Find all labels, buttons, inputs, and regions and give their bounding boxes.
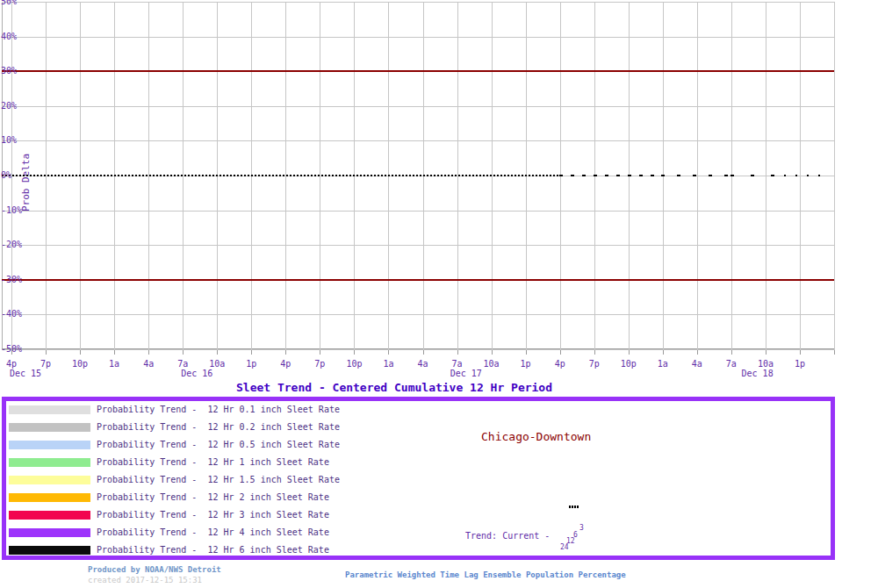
x-tick-label: 1a	[383, 359, 393, 369]
x-tick-label: 4a	[692, 359, 702, 369]
x-axis-tick	[423, 350, 424, 355]
gridline-horizontal	[2, 211, 834, 212]
trend-line-segment	[730, 175, 773, 176]
gridline-horizontal	[2, 2, 834, 3]
legend-swatch	[9, 476, 90, 484]
x-tick-label: 7a	[452, 359, 463, 369]
x-axis-tick	[114, 350, 115, 355]
legend-label: Probability Trend - 12 Hr 0.5 inch Sleet…	[97, 440, 340, 450]
x-tick-label: 1a	[109, 359, 119, 369]
x-tick-label: 1p	[795, 359, 805, 369]
x-axis-tick	[251, 350, 252, 355]
method-caption: Parametric Weighted Time Lag Ensemble Po…	[345, 570, 626, 579]
y-axis-title: Prob Delta	[20, 154, 32, 212]
x-axis-tick	[834, 350, 835, 355]
legend-label: Probability Trend - 12 Hr 0.1 inch Sleet…	[97, 405, 340, 415]
x-tick-label: 1p	[521, 359, 531, 369]
x-tick-label: 4p	[555, 359, 565, 369]
y-tick-label: 20%	[1, 102, 17, 111]
x-axis-tick	[183, 350, 184, 355]
x-tick-label: 10a	[484, 359, 500, 369]
x-axis-tick	[354, 350, 355, 355]
x-tick-label: 7p	[314, 359, 325, 369]
x-axis-tick	[46, 350, 47, 355]
x-tick-label: 10p	[346, 359, 362, 369]
y-tick-label: 40%	[1, 32, 17, 41]
x-axis-tick	[663, 350, 664, 355]
x-axis-tick	[457, 350, 458, 355]
site-label: Chicago-Downtown	[481, 430, 591, 443]
x-axis-tick	[320, 350, 320, 355]
threshold-line	[2, 279, 834, 281]
x-tick-label: 4p	[280, 359, 291, 369]
legend-swatch	[9, 511, 90, 520]
legend-swatch	[9, 528, 90, 537]
threshold-line	[2, 70, 834, 72]
gridline-vertical	[834, 2, 835, 350]
x-axis-tick	[285, 350, 286, 355]
legend-swatch	[9, 493, 90, 502]
y-tick-label: -40%	[1, 310, 22, 319]
x-axis-tick	[594, 350, 595, 355]
current-trend-line-sample	[569, 506, 579, 508]
x-tick-label: 4a	[143, 359, 154, 369]
legend-swatch	[9, 441, 90, 449]
lag-hours-number: 24	[560, 544, 569, 551]
plot-area: Prob Delta	[2, 2, 834, 350]
sleet-trend-graphic: Prob Delta Sleet Trend - Centered Cumula…	[0, 0, 878, 588]
trend-line-segment	[661, 175, 730, 176]
credit-line: Produced by NOAA/NWS Detroit	[88, 565, 221, 574]
x-axis-tick	[11, 350, 12, 355]
gridline-horizontal	[2, 37, 834, 38]
x-axis-tick	[629, 350, 630, 355]
gridline-horizontal	[2, 140, 834, 141]
x-axis-tick	[697, 350, 698, 355]
date-label: Dec 17	[450, 369, 482, 378]
y-tick-label: -30%	[1, 276, 22, 284]
x-tick-label: 10p	[621, 359, 637, 369]
x-tick-label: 1p	[246, 359, 256, 369]
x-axis-tick	[526, 350, 527, 355]
x-tick-label: 4p	[6, 359, 17, 369]
x-axis-tick	[800, 350, 801, 355]
chart-title: Sleet Trend - Centered Cumulative 12 Hr …	[236, 381, 552, 394]
legend-label: Probability Trend - 12 Hr 3 inch Sleet R…	[97, 510, 329, 520]
trend-line-segment	[773, 175, 823, 176]
legend-label: Probability Trend - 12 Hr 1 inch Sleet R…	[97, 457, 329, 468]
legend-label: Probability Trend - 12 Hr 1.5 inch Sleet…	[97, 475, 340, 485]
legend-label: Probability Trend - 12 Hr 4 inch Sleet R…	[97, 527, 329, 538]
created-timestamp: created 2017-12-15 15:31	[88, 576, 202, 584]
y-tick-label: -10%	[1, 206, 22, 215]
y-tick-label: -20%	[1, 240, 22, 249]
trend-caption: Trend: Current -	[465, 531, 550, 541]
y-tick-label: 0%	[1, 171, 11, 180]
gridline-horizontal	[2, 245, 834, 246]
gridline-horizontal	[2, 314, 834, 315]
x-axis-tick	[148, 350, 149, 355]
legend-swatch	[9, 546, 90, 555]
x-tick-label: 1a	[658, 359, 668, 369]
x-tick-label: 10a	[758, 359, 774, 369]
x-axis-tick	[80, 350, 81, 355]
legend-label: Probability Trend - 12 Hr 2 inch Sleet R…	[97, 492, 329, 503]
legend-label: Probability Trend - 12 Hr 0.2 inch Sleet…	[97, 422, 340, 433]
date-label: Dec 16	[181, 369, 212, 378]
legend-swatch	[9, 405, 90, 414]
legend-box: Chicago-Downtown Trend: Current - Probab…	[2, 397, 835, 560]
x-axis-tick	[766, 350, 766, 355]
gridline-horizontal	[2, 349, 834, 350]
x-axis-tick	[560, 350, 561, 355]
x-axis-tick	[217, 350, 218, 355]
x-tick-label: 7p	[589, 359, 600, 369]
y-tick-label: 30%	[1, 67, 17, 75]
date-label: Dec 18	[742, 369, 774, 378]
trend-line-segment	[2, 175, 559, 176]
x-axis-tick	[731, 350, 732, 355]
x-tick-label: 7a	[726, 359, 737, 369]
legend-label: Probability Trend - 12 Hr 6 inch Sleet R…	[97, 545, 329, 556]
x-tick-label: 7p	[40, 359, 51, 369]
gridline-horizontal	[2, 106, 834, 107]
x-tick-label: 10p	[72, 359, 88, 369]
x-tick-label: 10a	[209, 359, 225, 369]
x-tick-label: 4a	[417, 359, 428, 369]
